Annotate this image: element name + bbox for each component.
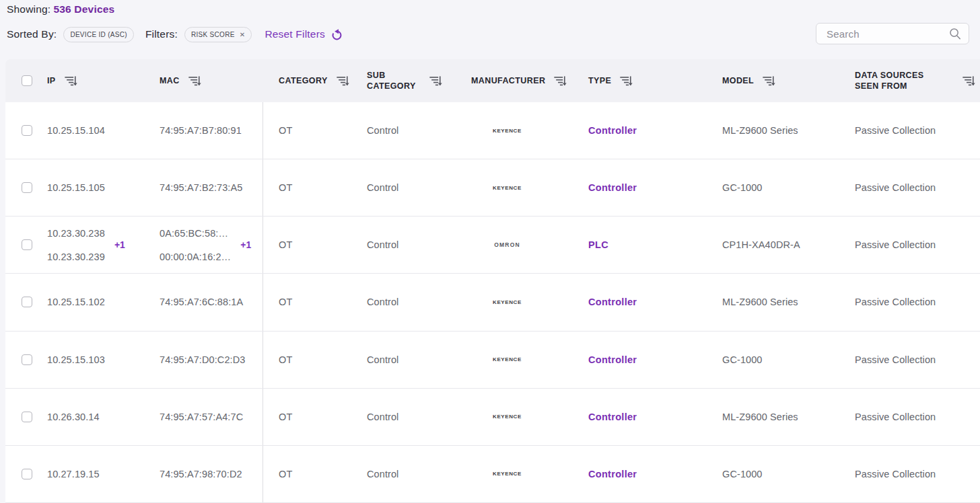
keyence-logo: KEYENCE bbox=[493, 414, 522, 420]
remove-filter-icon[interactable]: ✕ bbox=[240, 31, 246, 38]
sub-category-cell: Control bbox=[367, 125, 398, 136]
mac-cell: 74:95:A7:57:A4:7C bbox=[160, 410, 243, 424]
table-header: IP MAC CATEGORY SUB CATEGORY MANUFACTURE… bbox=[5, 59, 980, 102]
sub-category-cell: Control bbox=[367, 182, 398, 193]
data-sources-cell: Passive Collection bbox=[855, 297, 936, 307]
mac-cell: 74:95:A7:B2:73:A5 bbox=[160, 181, 242, 194]
search-input[interactable] bbox=[816, 28, 949, 40]
table-row: 10.27.19.15 74:95:A7:98:70:D2 OT Control… bbox=[5, 446, 980, 503]
category-cell: OT bbox=[279, 182, 292, 193]
sort-icon[interactable] bbox=[554, 75, 567, 87]
keyence-logo: KEYENCE bbox=[493, 128, 522, 134]
sort-icon[interactable] bbox=[65, 75, 77, 87]
sub-category-cell: Control bbox=[367, 239, 398, 250]
type-link[interactable]: PLC bbox=[588, 239, 608, 250]
table-row: 10.25.15.104 74:95:A7:B7:80:91 OT Contro… bbox=[5, 102, 980, 159]
select-all-checkbox[interactable] bbox=[22, 75, 32, 86]
model-cell: GC-1000 bbox=[722, 182, 763, 193]
category-cell: OT bbox=[279, 412, 292, 422]
keyence-logo: KEYENCE bbox=[493, 356, 522, 362]
column-header-category[interactable]: CATEGORY bbox=[279, 76, 328, 85]
search-box bbox=[816, 23, 969, 44]
category-cell: OT bbox=[279, 239, 292, 250]
search-icon[interactable] bbox=[949, 28, 961, 40]
model-cell: GC-1000 bbox=[722, 354, 763, 365]
sort-icon[interactable] bbox=[188, 75, 201, 87]
reset-filters-button[interactable]: Reset Filters bbox=[265, 28, 343, 41]
mac-more-badge[interactable]: +1 bbox=[240, 239, 251, 250]
model-cell: GC-1000 bbox=[722, 469, 763, 479]
filter-pill-risk-score[interactable]: RISK SCORE ✕ bbox=[184, 27, 252, 42]
sort-icon[interactable] bbox=[963, 75, 975, 87]
ip-cell: 10.23.30.23810.23.30.239+1 bbox=[47, 227, 105, 264]
filter-pill-label: RISK SCORE bbox=[191, 31, 235, 38]
type-link[interactable]: Controller bbox=[588, 469, 637, 479]
showing-summary: Showing:536 Devices bbox=[7, 3, 114, 15]
category-cell: OT bbox=[279, 125, 292, 136]
ip-cell: 10.27.19.15 bbox=[47, 467, 100, 481]
type-link[interactable]: Controller bbox=[588, 412, 637, 422]
row-checkbox[interactable] bbox=[22, 412, 32, 422]
type-link[interactable]: Controller bbox=[588, 125, 637, 136]
table-row: 10.25.15.102 74:95:A7:6C:88:1A OT Contro… bbox=[5, 274, 980, 331]
sub-category-cell: Control bbox=[367, 412, 398, 422]
table-row: 10.25.15.105 74:95:A7:B2:73:A5 OT Contro… bbox=[5, 159, 980, 217]
keyence-logo: KEYENCE bbox=[493, 471, 522, 477]
mac-cell: 74:95:A7:6C:88:1A bbox=[160, 295, 243, 309]
row-checkbox[interactable] bbox=[22, 354, 32, 365]
data-sources-cell: Passive Collection bbox=[855, 239, 936, 250]
ip-more-badge[interactable]: +1 bbox=[114, 239, 125, 250]
reset-filters-label: Reset Filters bbox=[265, 28, 325, 40]
sorted-by-label: Sorted By: bbox=[7, 28, 57, 40]
data-sources-cell: Passive Collection bbox=[855, 182, 936, 193]
column-header-data-sources[interactable]: DATA SOURCES SEEN FROM bbox=[855, 70, 930, 91]
column-header-mac[interactable]: MAC bbox=[160, 76, 180, 85]
showing-label: Showing: bbox=[7, 3, 50, 15]
column-header-ip[interactable]: IP bbox=[47, 76, 56, 85]
data-sources-cell: Passive Collection bbox=[855, 125, 936, 136]
ip-cell: 10.26.30.14 bbox=[47, 410, 100, 424]
ip-cell: 10.25.15.103 bbox=[47, 353, 105, 366]
type-link[interactable]: Controller bbox=[588, 354, 637, 365]
sort-pill-device-id[interactable]: DEVICE ID (ASC) bbox=[63, 27, 134, 42]
row-checkbox[interactable] bbox=[22, 182, 32, 193]
mac-cell: 74:95:A7:B7:80:91 bbox=[160, 124, 242, 137]
ip-cell: 10.25.15.105 bbox=[47, 181, 105, 194]
reset-icon bbox=[330, 28, 343, 41]
column-header-sub-category[interactable]: SUB CATEGORY bbox=[367, 70, 421, 91]
model-cell: CP1H-XA40DR-A bbox=[722, 239, 800, 250]
sort-icon[interactable] bbox=[763, 75, 775, 87]
ip-cell: 10.25.15.104 bbox=[47, 124, 105, 137]
row-checkbox[interactable] bbox=[22, 297, 32, 307]
column-header-model[interactable]: MODEL bbox=[722, 76, 754, 85]
row-checkbox[interactable] bbox=[22, 469, 32, 479]
devices-table: IP MAC CATEGORY SUB CATEGORY MANUFACTURE… bbox=[5, 59, 980, 503]
category-cell: OT bbox=[279, 297, 292, 307]
model-cell: ML-Z9600 Series bbox=[722, 125, 798, 136]
row-checkbox[interactable] bbox=[22, 125, 32, 136]
sort-icon[interactable] bbox=[620, 75, 633, 87]
sort-icon[interactable] bbox=[337, 75, 349, 87]
column-header-manufacturer[interactable]: MANUFACTURER bbox=[471, 76, 545, 85]
model-cell: ML-Z9600 Series bbox=[722, 297, 798, 307]
table-row: 10.25.15.103 74:95:A7:D0:C2:D3 OT Contro… bbox=[5, 332, 980, 389]
column-header-type[interactable]: TYPE bbox=[588, 76, 611, 85]
mac-cell: 74:95:A7:98:70:D2 bbox=[160, 467, 242, 481]
sub-category-cell: Control bbox=[367, 469, 398, 479]
category-cell: OT bbox=[279, 354, 292, 365]
omron-logo: OMRON bbox=[494, 241, 520, 248]
device-count: 536 Devices bbox=[53, 3, 114, 15]
filters-label: Filters: bbox=[145, 28, 178, 40]
ip-cell: 10.25.15.102 bbox=[47, 295, 105, 309]
sort-icon[interactable] bbox=[429, 75, 442, 87]
data-sources-cell: Passive Collection bbox=[855, 412, 936, 422]
keyence-logo: KEYENCE bbox=[493, 299, 522, 305]
row-checkbox[interactable] bbox=[22, 239, 32, 250]
table-row: 10.26.30.14 74:95:A7:57:A4:7C OT Control… bbox=[5, 389, 980, 446]
table-body: 10.25.15.104 74:95:A7:B7:80:91 OT Contro… bbox=[5, 102, 980, 503]
category-cell: OT bbox=[279, 469, 292, 479]
type-link[interactable]: Controller bbox=[588, 297, 637, 307]
sub-category-cell: Control bbox=[367, 354, 398, 365]
type-link[interactable]: Controller bbox=[588, 182, 637, 193]
sort-pill-label: DEVICE ID (ASC) bbox=[70, 31, 127, 38]
